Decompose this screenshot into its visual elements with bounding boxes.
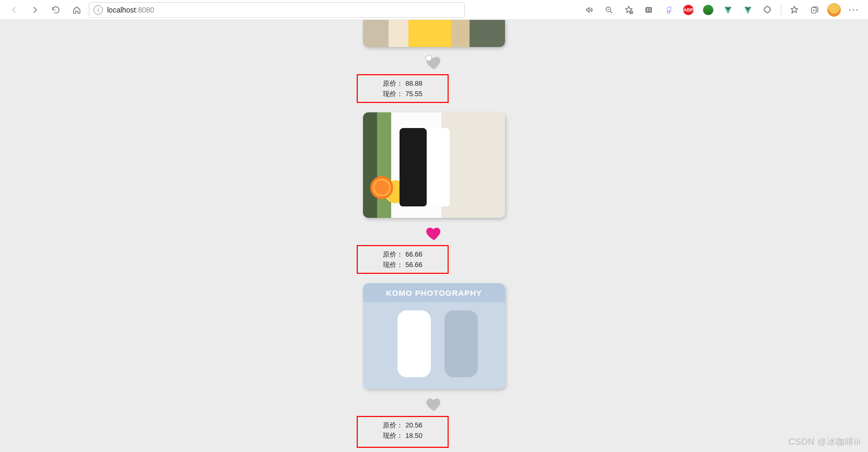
page-viewport: 原价： 88.88 现价： 75.55 原价： 66.66 bbox=[0, 20, 868, 452]
collections-button[interactable] bbox=[805, 2, 823, 18]
vue-icon bbox=[743, 5, 753, 15]
extension-vue2-button[interactable] bbox=[739, 2, 757, 18]
product-image bbox=[363, 20, 505, 47]
product-list: 原价： 88.88 现价： 75.55 原价： 66.66 bbox=[0, 20, 868, 448]
back-button[interactable] bbox=[5, 2, 23, 18]
zoom-button[interactable] bbox=[600, 2, 618, 18]
toolbar-right: ABP ··· bbox=[580, 2, 863, 18]
current-price-label: 现价： bbox=[383, 89, 403, 99]
product-card: 原价： 88.88 现价： 75.55 bbox=[345, 20, 523, 112]
price-box: 原价： 88.88 现价： 75.55 bbox=[357, 74, 449, 103]
read-aloud-button[interactable] bbox=[580, 2, 598, 18]
extension-vue1-button[interactable] bbox=[719, 2, 737, 18]
current-price-value: 18.50 bbox=[405, 431, 423, 441]
profile-button[interactable] bbox=[825, 2, 843, 18]
original-price-label: 原价： bbox=[383, 78, 403, 89]
svg-rect-3 bbox=[647, 8, 648, 9]
heart-icon bbox=[425, 396, 443, 413]
current-price-label: 现价： bbox=[383, 431, 403, 441]
url-port: :8080 bbox=[136, 6, 154, 14]
svg-rect-4 bbox=[649, 8, 651, 9]
extension-download-button[interactable] bbox=[699, 2, 717, 18]
home-button[interactable] bbox=[68, 2, 86, 18]
separator bbox=[781, 5, 781, 15]
original-price-value: 20.56 bbox=[405, 420, 423, 431]
address-bar[interactable]: i localhost:8080 bbox=[89, 2, 465, 18]
heart-icon bbox=[425, 54, 443, 71]
puzzle-icon bbox=[763, 5, 772, 15]
product-image-overlay: KOMO PHOTOGRAPHY bbox=[363, 288, 505, 297]
vue-icon bbox=[723, 5, 733, 15]
product-image: KOMO PHOTOGRAPHY bbox=[363, 283, 505, 389]
url-host: localhost bbox=[107, 6, 136, 14]
product-image bbox=[363, 112, 505, 218]
read-aloud-icon bbox=[584, 5, 594, 15]
price-box: 原价： 66.66 现价： 56.66 bbox=[357, 245, 449, 274]
ellipsis-icon: ··· bbox=[845, 4, 862, 15]
original-price-label: 原价： bbox=[383, 420, 403, 431]
original-price-value: 66.66 bbox=[405, 249, 423, 260]
heart-icon bbox=[425, 225, 443, 242]
info-icon: i bbox=[93, 5, 103, 15]
forward-button[interactable] bbox=[26, 2, 44, 18]
arrow-left-icon bbox=[9, 5, 19, 15]
magnifier-icon bbox=[604, 5, 614, 15]
original-price-label: 原价： bbox=[383, 249, 403, 260]
extension-grid-button[interactable] bbox=[640, 2, 658, 18]
avatar-icon bbox=[827, 3, 841, 17]
music-icon bbox=[664, 5, 673, 15]
grid-icon bbox=[644, 5, 653, 15]
like-button[interactable] bbox=[425, 396, 443, 413]
svg-rect-2 bbox=[646, 7, 652, 13]
extension-abp-button[interactable]: ABP bbox=[679, 2, 697, 18]
star-lines-icon bbox=[790, 5, 799, 15]
extension-music-button[interactable] bbox=[660, 2, 677, 18]
svg-rect-5 bbox=[647, 10, 648, 11]
current-price-label: 现价： bbox=[383, 260, 403, 270]
svg-rect-6 bbox=[649, 10, 651, 11]
extensions-button[interactable] bbox=[759, 2, 777, 18]
favorite-button[interactable] bbox=[620, 2, 638, 18]
original-price-value: 88.88 bbox=[405, 78, 423, 89]
abp-icon: ABP bbox=[683, 5, 694, 15]
product-card: 原价： 66.66 现价： 56.66 bbox=[345, 112, 523, 283]
more-button[interactable]: ··· bbox=[845, 2, 863, 18]
svg-point-7 bbox=[669, 10, 671, 12]
refresh-button[interactable] bbox=[47, 2, 65, 18]
price-box: 原价： 20.56 现价： 18.50 bbox=[357, 416, 449, 448]
favorites-button[interactable] bbox=[785, 2, 803, 18]
star-add-icon bbox=[624, 5, 634, 15]
home-icon bbox=[72, 5, 81, 15]
like-button[interactable] bbox=[425, 225, 443, 242]
current-price-value: 56.66 bbox=[405, 260, 423, 270]
like-button[interactable] bbox=[425, 54, 443, 71]
browser-toolbar: i localhost:8080 ABP bbox=[0, 0, 868, 20]
product-card: KOMO PHOTOGRAPHY 原价： 20.56 现价： 18.50 bbox=[345, 283, 523, 448]
refresh-icon bbox=[51, 5, 61, 15]
current-price-value: 75.55 bbox=[405, 89, 423, 99]
arrow-right-icon bbox=[30, 5, 40, 15]
url-text: localhost:8080 bbox=[107, 6, 154, 14]
collections-icon bbox=[810, 5, 819, 15]
download-icon bbox=[703, 5, 713, 15]
